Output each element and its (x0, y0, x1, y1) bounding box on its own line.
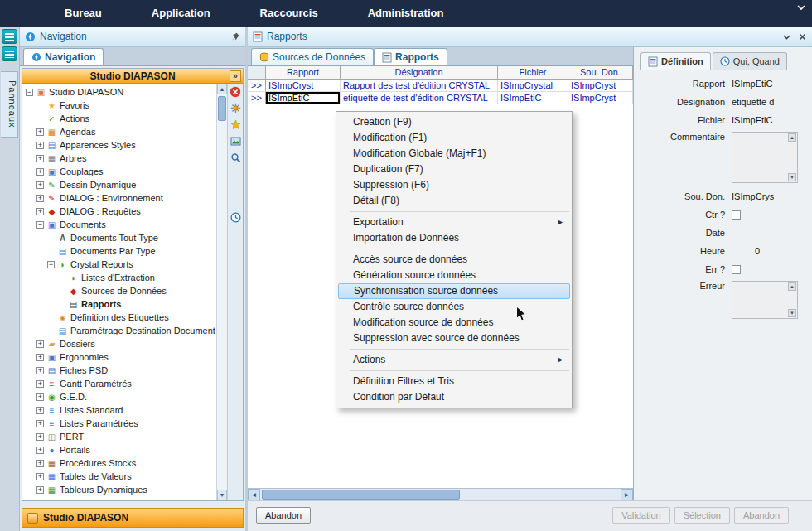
tab-definition[interactable]: Définition (640, 52, 711, 70)
ctr-checkbox[interactable] (732, 210, 741, 220)
tree-item[interactable]: −◗Crystal Reports (22, 258, 216, 271)
tree-item[interactable]: +▤Fiches PSD (22, 364, 216, 377)
expand-toggle[interactable]: − (26, 89, 33, 96)
chevron-down-icon[interactable] (795, 2, 807, 13)
table-cell[interactable]: ISImpCryst (266, 80, 341, 92)
menu-item[interactable]: Accès source de données (336, 252, 572, 268)
expand-toggle[interactable]: − (47, 261, 55, 268)
expand-toggle[interactable]: + (36, 142, 44, 149)
window-menu-chevron-icon[interactable] (782, 32, 791, 41)
heure-value[interactable]: 0 (755, 246, 760, 256)
scroll-left-icon[interactable]: ◄ (248, 489, 260, 500)
tree-item[interactable]: +◆DIALOG : Requêtes (22, 205, 216, 218)
menu-item[interactable]: Exportation► (336, 215, 572, 230)
tree-item[interactable]: +≡Listes Paramétrées (22, 417, 216, 430)
expand-toggle[interactable]: + (36, 354, 44, 361)
err-checkbox[interactable] (732, 265, 741, 274)
studio-diapason-footer[interactable]: Studio DIAPASON (22, 508, 244, 528)
tree-item[interactable]: ★Favoris (22, 99, 216, 112)
tree-item[interactable]: +▦Tables de Valeurs (22, 470, 216, 483)
menu-item[interactable]: Modification (F1) (336, 130, 572, 146)
menu-item[interactable]: Suppression avec source de données (336, 331, 572, 346)
commentaire-textarea[interactable]: ▲ ▼ (732, 132, 798, 183)
expand-toggle[interactable]: + (36, 433, 44, 441)
menu-item[interactable]: Importation de Données (336, 230, 572, 246)
table-cell[interactable]: Rapport des test d'édition CRYSTAL (341, 80, 498, 92)
tree-item[interactable]: ▤Documents Par Type (22, 244, 216, 258)
tree-item[interactable]: +▣Ergonomies (22, 350, 216, 364)
table-row[interactable]: >>ISImpEtiCetiquette de test d'édition C… (248, 92, 633, 104)
tree-item[interactable]: ▤Paramétrage Destination Document (22, 324, 216, 337)
panneaux-vertical-tab[interactable]: Panneaux (1, 71, 18, 138)
expand-toggle[interactable]: + (36, 473, 44, 480)
expand-toggle[interactable]: + (36, 195, 44, 202)
memo-scroll-down-icon[interactable]: ▼ (788, 309, 796, 317)
tree-item[interactable]: +✎DIALOG : Environnement (22, 191, 216, 205)
menubar-item[interactable]: Application (127, 0, 235, 27)
button-abandon[interactable]: Abandon (734, 507, 789, 524)
table-cell[interactable]: etiquette de test d'édition CRYSTAL (341, 92, 498, 104)
expand-toggle[interactable]: + (36, 128, 44, 136)
expand-toggle[interactable]: + (36, 420, 44, 427)
expand-toggle[interactable]: + (36, 393, 44, 401)
tree-item[interactable]: +✎Dessin Dynamique (22, 178, 216, 191)
menubar-item[interactable]: Raccourcis (235, 0, 343, 27)
tab-qui-quand[interactable]: Qui, Quand (713, 52, 787, 70)
horizontal-scrollbar[interactable]: ◄ ► (248, 488, 633, 500)
hscroll-thumb[interactable] (262, 490, 460, 500)
expand-toggle[interactable]: + (36, 486, 44, 494)
tab-sources-de-donnees[interactable]: Sources de Données (251, 48, 374, 65)
tree-item[interactable]: ◆Sources de Données (22, 284, 216, 297)
menubar-item[interactable]: Administration (343, 0, 469, 27)
tree-item[interactable]: ✓Actions (22, 112, 216, 125)
expand-toggle[interactable]: + (36, 380, 44, 388)
image-icon[interactable] (230, 135, 242, 147)
expand-toggle[interactable]: + (36, 340, 44, 348)
expand-toggle[interactable]: − (36, 221, 44, 229)
scroll-thumb[interactable] (218, 96, 226, 121)
menu-item[interactable]: Suppression (F6) (336, 177, 572, 193)
rapport-value[interactable]: ISImpEtiC (732, 79, 773, 89)
expand-toggle[interactable]: + (36, 155, 44, 162)
hscroll-track[interactable] (260, 489, 621, 500)
collapse-panel-button[interactable]: » (230, 70, 241, 82)
erreur-textarea[interactable]: ▲ ▼ (732, 281, 798, 319)
scroll-track[interactable] (217, 94, 227, 490)
designation-value[interactable]: etiquette d (732, 97, 774, 107)
expand-toggle[interactable]: + (36, 168, 44, 176)
tree-item[interactable]: +≡Listes Standard (22, 403, 216, 417)
button-selection[interactable]: Sélection (674, 507, 730, 524)
column-header[interactable]: Rapport (266, 66, 341, 79)
sou-don-value[interactable]: ISImpCrys (732, 191, 774, 201)
menu-item[interactable]: Contrôle source données (336, 299, 572, 315)
pin-icon[interactable] (231, 32, 240, 41)
table-cell[interactable]: ISImpEtiC (498, 92, 568, 104)
tree-item[interactable]: ▤Rapports (22, 297, 216, 311)
tree-item[interactable]: +▰Dossiers (22, 337, 216, 350)
tree-scrollbar[interactable]: ▲ ▼ (216, 84, 227, 500)
table-cell[interactable]: ISImpEtiC (266, 92, 341, 104)
search-icon[interactable] (230, 152, 242, 164)
tree-item[interactable]: −▣Studio DIAPASON (22, 85, 216, 99)
fichier-value[interactable]: ISImpEtiC (732, 115, 773, 125)
tree-item[interactable]: +●Portails (22, 443, 216, 456)
scroll-right-icon[interactable]: ► (621, 489, 633, 500)
expand-toggle[interactable]: + (36, 460, 44, 467)
expand-toggle[interactable]: + (36, 181, 44, 189)
menu-item[interactable]: Actions► (336, 352, 572, 368)
tab-rapports[interactable]: Rapports (374, 48, 447, 65)
tree-item[interactable]: +◫PERT (22, 430, 216, 443)
tree-item[interactable]: +▦Arbres (22, 152, 216, 165)
menu-item[interactable]: Génération source données (336, 268, 572, 283)
menu-item[interactable]: Détail (F8) (336, 193, 572, 209)
tab-navigation[interactable]: Navigation (23, 48, 104, 65)
table-row[interactable]: >>ISImpCrystRapport des test d'édition C… (248, 80, 633, 92)
tree-item[interactable]: ◗Listes d'Extraction (22, 271, 216, 284)
button-validation[interactable]: Validation (612, 507, 670, 524)
tree-item[interactable]: +▦Agendas (22, 125, 216, 138)
memo-scroll-up-icon[interactable]: ▲ (788, 133, 796, 142)
scroll-down-icon[interactable]: ▼ (217, 490, 227, 500)
menubar-item[interactable]: Bureau (40, 0, 127, 27)
expand-toggle[interactable]: + (36, 447, 44, 454)
expand-toggle[interactable]: + (36, 208, 44, 215)
